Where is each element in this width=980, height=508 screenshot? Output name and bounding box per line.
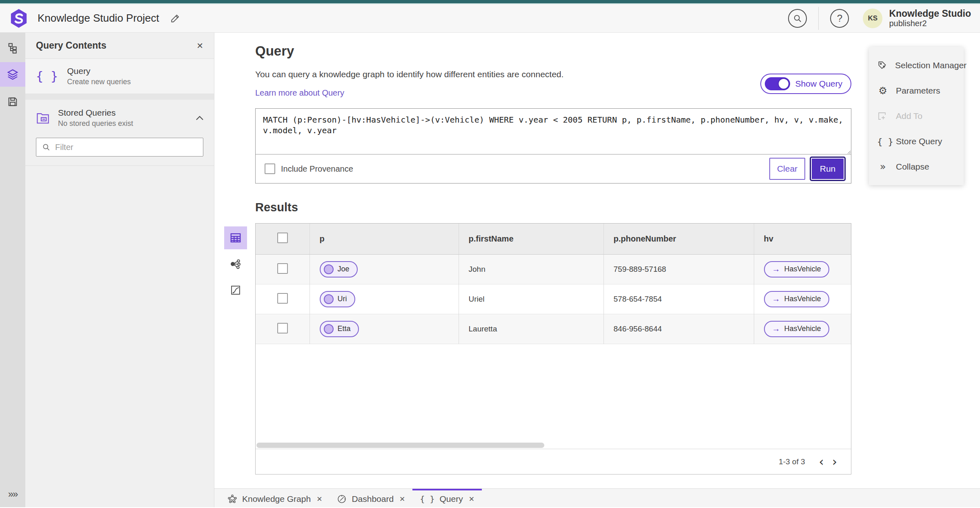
results-view-toolbar (224, 226, 247, 302)
avatar-initials: KS (868, 14, 878, 22)
table-empty-area (256, 344, 851, 442)
pagination-range: 1-3 of 3 (779, 457, 805, 466)
main-area: Query You can query a knowledge graph to… (214, 33, 980, 507)
edge-label: HasVehicle (784, 295, 821, 303)
store-query-item[interactable]: { } Store Query (869, 129, 964, 154)
collapse-item[interactable]: » Collapse (869, 154, 964, 179)
include-provenance-label: Include Provenance (281, 164, 353, 174)
horizontal-scrollbar[interactable] (256, 441, 851, 449)
rail-item-query[interactable] (0, 62, 25, 87)
toggle-track (765, 77, 790, 90)
previous-page-button[interactable]: ‹ (816, 456, 827, 468)
product-name: Knowledge Studio (889, 8, 971, 19)
tab-label: Query (439, 494, 463, 504)
show-query-toggle[interactable]: Show Query (760, 74, 851, 94)
row-checkbox[interactable] (277, 323, 288, 333)
node-label: Joe (338, 265, 350, 273)
cell-firstname: Lauretta (459, 314, 604, 344)
edge-label: HasVehicle (784, 324, 821, 333)
show-query-label: Show Query (795, 79, 842, 89)
column-header-phonenumber[interactable]: p.phoneNumber (604, 224, 754, 254)
edit-title-icon[interactable] (170, 13, 180, 24)
column-header-firstname[interactable]: p.firstName (459, 224, 604, 254)
collapse-label: Collapse (896, 162, 929, 172)
graph-view-button[interactable] (224, 253, 247, 275)
store-query-label: Store Query (896, 137, 942, 146)
braces-icon: { } (36, 69, 58, 83)
edge-pill[interactable]: →HasVehicle (764, 291, 829, 307)
chart-view-button[interactable] (224, 279, 247, 302)
filter-input[interactable] (55, 143, 197, 152)
table-view-button[interactable] (224, 226, 247, 249)
clear-button[interactable]: Clear (769, 158, 805, 180)
run-button[interactable]: Run (811, 158, 844, 180)
table-header-row: p p.firstName p.phoneNumber hv (256, 224, 851, 254)
dashboard-icon (337, 494, 347, 504)
query-item[interactable]: { } Query Create new queries (25, 59, 214, 94)
stored-queries-subtitle: No stored queries exist (58, 119, 188, 128)
stored-queries-header[interactable]: Stored Queries No stored queries exist (25, 100, 214, 134)
rail-expand-button[interactable]: »» (0, 485, 25, 503)
column-header-p[interactable]: p (310, 224, 459, 254)
parameters-item[interactable]: ⚙ Parameters (869, 78, 964, 103)
node-pill[interactable]: Uri (320, 291, 355, 307)
knowledge-graph-icon (227, 494, 237, 504)
arrow-right-icon: → (772, 324, 780, 333)
close-tab-icon[interactable]: ✕ (469, 495, 474, 503)
close-tab-icon[interactable]: ✕ (399, 495, 405, 503)
results-card: p p.firstName p.phoneNumber hv Joe John (255, 223, 851, 474)
project-title: Knowledge Studio Project (38, 12, 159, 25)
rail-item-knowledge-graph[interactable] (0, 36, 25, 60)
edge-pill[interactable]: →HasVehicle (764, 321, 829, 337)
column-header-hv[interactable]: hv (754, 224, 851, 254)
avatar[interactable]: KS (863, 9, 882, 28)
filter-field[interactable] (36, 138, 203, 157)
scrollbar-thumb[interactable] (256, 443, 544, 448)
query-item-title: Query (67, 66, 131, 76)
toggle-knob (778, 78, 789, 90)
add-to-item: Add To (869, 103, 964, 129)
cell-firstname: Uriel (459, 284, 604, 314)
tab-knowledge-graph[interactable]: Knowledge Graph ✕ (220, 489, 330, 507)
arrow-right-icon: → (772, 264, 780, 274)
panel-close-icon[interactable]: ✕ (196, 41, 203, 51)
tab-dashboard[interactable]: Dashboard ✕ (330, 489, 412, 507)
query-item-subtitle: Create new queries (67, 78, 131, 86)
selection-manager-label: Selection Manager (895, 60, 967, 70)
selection-manager-item[interactable]: Selection Manager (869, 53, 964, 78)
rail-item-saved[interactable] (0, 90, 25, 114)
chevron-up-icon[interactable] (196, 116, 203, 120)
table-row[interactable]: Etta Lauretta 846-956-8644 →HasVehicle (256, 314, 851, 344)
learn-more-link[interactable]: Learn more about Query (255, 88, 344, 98)
hierarchy-icon (7, 42, 18, 54)
tab-label: Dashboard (352, 494, 394, 504)
braces-icon: { } (877, 137, 889, 147)
tab-query[interactable]: { } Query ✕ (412, 489, 482, 507)
select-all-checkbox[interactable] (277, 233, 288, 243)
table-row[interactable]: Uri Uriel 578-654-7854 →HasVehicle (256, 284, 851, 314)
close-tab-icon[interactable]: ✕ (316, 495, 322, 503)
include-provenance-checkbox[interactable] (265, 163, 275, 174)
node-label: Uri (338, 295, 347, 303)
node-icon (324, 264, 334, 274)
node-pill[interactable]: Etta (320, 321, 359, 337)
table-view-icon (229, 232, 242, 244)
row-checkbox[interactable] (277, 293, 288, 304)
add-to-icon (877, 111, 889, 121)
selection-manager-icon (877, 60, 888, 71)
next-page-button[interactable]: › (829, 456, 840, 468)
table-row[interactable]: Joe John 759-889-57168 →HasVehicle (256, 254, 851, 284)
user-block: Knowledge Studio publisher2 (889, 8, 971, 28)
cell-phonenumber: 578-654-7854 (604, 284, 754, 314)
query-actions-panel: Selection Manager ⚙ Parameters Add To { … (869, 47, 964, 185)
query-code-input[interactable]: MATCH (p:Person)-[hv:HasVehicle]->(v:Veh… (256, 109, 851, 154)
search-button[interactable] (788, 9, 807, 28)
collapse-icon: » (877, 161, 889, 172)
bottom-tab-bar: Knowledge Graph ✕ Dashboard ✕ { } Query … (214, 488, 980, 507)
help-icon: ? (837, 13, 842, 24)
panel-gap (25, 94, 214, 100)
edge-pill[interactable]: →HasVehicle (764, 261, 829, 277)
node-pill[interactable]: Joe (320, 261, 358, 277)
help-button[interactable]: ? (830, 9, 849, 28)
row-checkbox[interactable] (277, 263, 288, 274)
